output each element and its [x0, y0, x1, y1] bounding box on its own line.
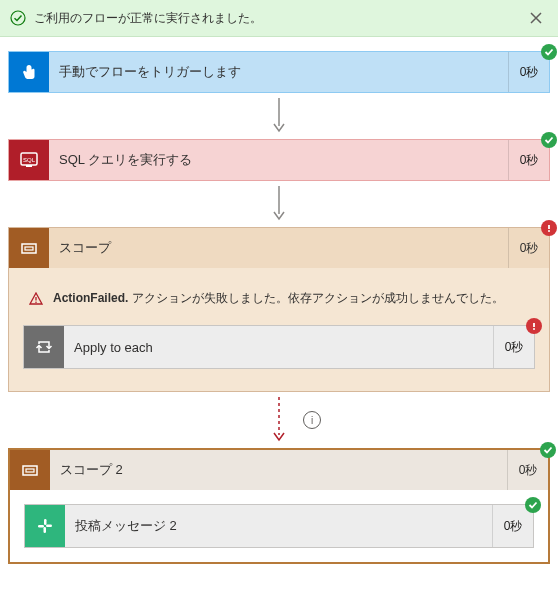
scope-header[interactable]: スコープ 0秒 — [9, 228, 549, 268]
scope-body: ActionFailed. アクションが失敗しました。依存アクションが成功しませ… — [9, 268, 549, 391]
banner-message: ご利用のフローが正常に実行されました。 — [34, 10, 524, 27]
status-success-icon — [541, 44, 557, 60]
loop-icon — [24, 326, 64, 368]
post-message-step[interactable]: 投稿メッセージ 2 0秒 — [24, 504, 534, 548]
step-duration: 0秒 — [492, 505, 533, 547]
status-error-icon — [526, 318, 542, 334]
scope-icon — [10, 450, 50, 490]
status-success-icon — [525, 497, 541, 513]
success-icon — [10, 10, 26, 26]
status-error-icon — [541, 220, 557, 236]
step-title: SQL クエリを実行する — [49, 140, 508, 180]
arrow-down — [8, 93, 550, 139]
svg-rect-16 — [26, 469, 34, 472]
svg-rect-7 — [25, 247, 33, 250]
svg-point-11 — [35, 301, 37, 303]
run-status-banner: ご利用のフローが正常に実行されました。 — [0, 0, 558, 37]
arrow-down — [8, 181, 550, 227]
scope-step[interactable]: スコープ 0秒 ActionFailed. アクションが失敗しました。依存アクシ… — [8, 227, 550, 392]
slack-icon — [25, 505, 65, 547]
status-success-icon — [540, 442, 556, 458]
step-title: Apply to each — [64, 326, 493, 368]
step-title: 手動でフローをトリガーします — [49, 52, 508, 92]
sql-icon: SQL — [9, 140, 49, 180]
svg-rect-19 — [44, 527, 47, 533]
close-icon[interactable] — [524, 6, 548, 30]
svg-rect-18 — [38, 525, 44, 528]
step-title: スコープ — [49, 228, 508, 268]
scope-header[interactable]: スコープ 2 0秒 — [10, 450, 548, 490]
scope-body: 投稿メッセージ 2 0秒 — [10, 490, 548, 562]
manual-trigger-icon — [9, 52, 49, 92]
svg-rect-20 — [46, 525, 52, 528]
svg-text:SQL: SQL — [23, 157, 36, 163]
scope2-step[interactable]: スコープ 2 0秒 投稿メッセージ 2 0秒 — [8, 448, 550, 564]
scope-icon — [9, 228, 49, 268]
arrow-down-conditional: i — [8, 392, 550, 448]
svg-point-9 — [548, 230, 550, 232]
trigger-step[interactable]: 手動でフローをトリガーします 0秒 — [8, 51, 550, 93]
svg-rect-4 — [26, 165, 32, 167]
svg-point-13 — [533, 328, 535, 330]
flow-canvas: 手動でフローをトリガーします 0秒 SQL SQL クエリを実行する 0秒 — [0, 37, 558, 584]
sql-step[interactable]: SQL SQL クエリを実行する 0秒 — [8, 139, 550, 181]
svg-rect-6 — [22, 244, 36, 253]
step-title: 投稿メッセージ 2 — [65, 505, 492, 547]
warning-icon — [29, 292, 43, 306]
status-success-icon — [541, 132, 557, 148]
apply-to-each-step[interactable]: Apply to each 0秒 — [23, 325, 535, 369]
svg-point-0 — [11, 11, 25, 25]
svg-rect-17 — [44, 519, 47, 525]
error-text: ActionFailed. アクションが失敗しました。依存アクションが成功しませ… — [53, 290, 504, 307]
error-message: ActionFailed. アクションが失敗しました。依存アクションが成功しませ… — [29, 290, 531, 307]
step-duration: 0秒 — [493, 326, 534, 368]
step-title: スコープ 2 — [50, 450, 507, 490]
info-icon[interactable]: i — [303, 411, 321, 429]
svg-rect-15 — [23, 466, 37, 475]
